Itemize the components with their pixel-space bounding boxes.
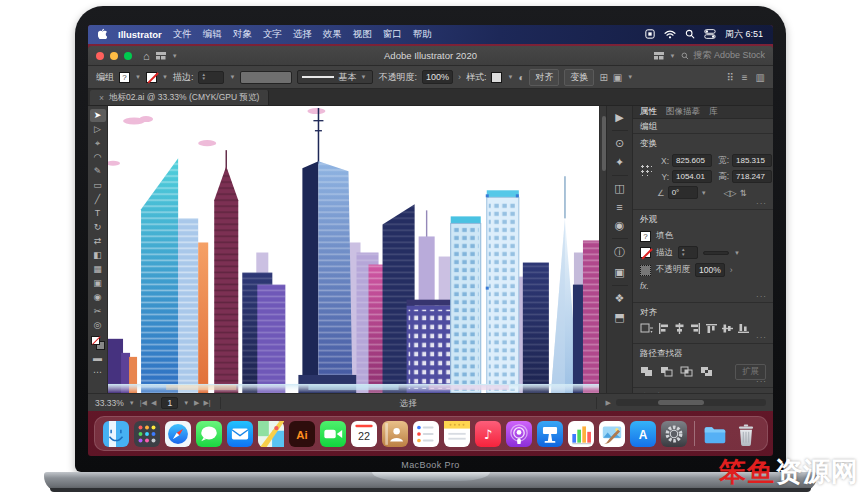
pathfinder-exclude-icon[interactable] (700, 366, 713, 379)
adjustments-icon[interactable]: ✦ (615, 156, 624, 169)
chevron-down-icon[interactable]: ▼ (135, 74, 141, 80)
align-top-icon[interactable] (706, 323, 717, 336)
shape-builder-tool[interactable]: ◧ (90, 249, 106, 262)
expand-panels-icon[interactable]: ▶ (615, 111, 623, 124)
stroke-weight-value[interactable] (703, 251, 729, 255)
columns-icon[interactable]: ▥ (756, 72, 765, 83)
home-icon[interactable]: ⌂ (143, 50, 150, 62)
menu-select[interactable]: 选择 (293, 28, 312, 41)
vertical-scrollbar[interactable] (599, 106, 606, 393)
music-dock-icon[interactable]: ♪ (475, 421, 501, 447)
scale-tool[interactable]: ⇄ (90, 235, 106, 248)
menu-view[interactable]: 视图 (353, 28, 372, 41)
facetime-dock-icon[interactable] (320, 421, 346, 447)
appstore-dock-icon[interactable]: A (630, 421, 656, 447)
keynote-dock-icon[interactable] (537, 421, 563, 447)
arrange-documents-icon[interactable] (156, 52, 166, 60)
lasso-tool[interactable]: ◠ (90, 151, 106, 164)
fx-effects-button[interactable]: fx. (640, 281, 649, 291)
recolor-artwork-icon[interactable]: ◐ (518, 72, 524, 83)
gradient-tool[interactable]: ◉ (90, 291, 106, 304)
artboard-canvas[interactable] (108, 106, 606, 393)
mesh-tool[interactable]: ▦ (90, 263, 106, 276)
brush-definition[interactable]: 基本▼ (297, 70, 373, 84)
history-icon[interactable]: ▣ (614, 266, 624, 279)
menu-file[interactable]: 文件 (173, 28, 192, 41)
appearance-opacity-value[interactable]: 100% (695, 263, 725, 277)
pathfinder-unite-icon[interactable] (640, 366, 653, 379)
libraries-icon[interactable]: ⊙ (615, 137, 624, 150)
stroke-swatch[interactable] (146, 72, 157, 83)
height-value-field[interactable]: 718.247 (732, 170, 772, 183)
draw-mode-icon[interactable]: ▬ (90, 352, 106, 365)
close-window-button[interactable] (96, 52, 104, 60)
stroke-weight-stepper[interactable]: ▲▼ (198, 71, 224, 84)
align-to-icon[interactable] (640, 323, 653, 336)
opacity-swatch[interactable] (640, 265, 651, 276)
align-bottom-icon[interactable] (738, 323, 749, 336)
tab-image-trace[interactable]: 图像描摹 (666, 106, 700, 118)
downloads-folder-dock-icon[interactable] (702, 421, 728, 447)
mail-dock-icon[interactable] (227, 421, 253, 447)
opacity-expand-icon[interactable]: › (730, 265, 733, 275)
maps-dock-icon[interactable] (258, 421, 284, 447)
tab-libraries[interactable]: 库 (709, 106, 718, 118)
chevron-down-icon[interactable]: ▼ (183, 400, 189, 406)
align-button[interactable]: 对齐 (529, 69, 559, 86)
flip-vertical-icon[interactable]: ⇅ (740, 188, 747, 198)
stock-search-field[interactable]: 搜索 Adobe Stock (681, 49, 765, 62)
spotlight-search-icon[interactable] (685, 29, 695, 41)
wifi-icon[interactable] (664, 29, 676, 41)
artboard-navigation[interactable]: |◀◀ (140, 399, 157, 407)
artboard-tool[interactable]: ▣ (90, 277, 106, 290)
chevron-down-icon[interactable]: ▼ (129, 400, 135, 406)
calendar-dock-icon[interactable]: 22 (351, 421, 377, 447)
podcasts-dock-icon[interactable] (506, 421, 532, 447)
reference-point-locator[interactable] (640, 164, 652, 176)
tab-properties[interactable]: 属性 (640, 106, 657, 118)
menu-effect[interactable]: 效果 (323, 28, 342, 41)
zoom-window-button[interactable] (124, 52, 132, 60)
type-tool[interactable]: T (90, 207, 106, 220)
width-value-field[interactable]: 185.315 (732, 154, 772, 167)
info-icon[interactable]: ⓘ (614, 245, 625, 260)
messages-dock-icon[interactable] (196, 421, 222, 447)
fill-swatch[interactable]: ? (119, 72, 130, 83)
align-left-icon[interactable] (658, 323, 669, 336)
reminders-dock-icon[interactable] (413, 421, 439, 447)
fill-stroke-swatches[interactable] (91, 336, 105, 350)
menu-type[interactable]: 文字 (263, 28, 282, 41)
control-center-icon[interactable] (704, 29, 716, 41)
export-icon[interactable]: ⬒ (614, 311, 624, 324)
stroke-weight-stepper[interactable]: ▲▼ (678, 246, 698, 259)
rectangle-tool[interactable]: ▭ (90, 179, 106, 192)
direct-selection-tool[interactable]: ▷ (90, 123, 106, 136)
arrange-icon[interactable]: ≡ (742, 72, 748, 83)
pathfinder-minus-front-icon[interactable] (660, 366, 673, 379)
chevron-down-icon[interactable]: ▼ (507, 74, 513, 80)
apple-menu-icon[interactable] (98, 28, 107, 41)
zoom-level[interactable]: 33.33% (95, 398, 124, 408)
more-options-icon[interactable]: ··· (756, 292, 767, 301)
menubar-app-name[interactable]: Illustrator (118, 29, 162, 40)
line-tool[interactable]: ╱ (90, 193, 106, 206)
chevron-down-icon[interactable]: ▼ (627, 74, 633, 80)
system-preferences-dock-icon[interactable] (661, 421, 687, 447)
align-vmiddle-icon[interactable] (722, 323, 733, 336)
vertical-scrollbar-thumb[interactable] (602, 116, 606, 171)
status-expand-icon[interactable]: ▶ (606, 399, 611, 407)
opacity-expand-icon[interactable]: › (458, 72, 461, 82)
color-icon[interactable]: ◉ (615, 219, 625, 232)
align-right-icon[interactable] (690, 323, 701, 336)
layers-icon[interactable]: ❖ (615, 292, 625, 305)
selection-tool[interactable]: ➤ (90, 109, 106, 122)
launchpad-dock-icon[interactable] (134, 421, 160, 447)
input-source-icon[interactable] (645, 29, 655, 41)
appearance-stroke-swatch[interactable] (640, 247, 651, 258)
more-options-icon[interactable]: ··· (756, 377, 767, 386)
rotation-field[interactable]: 0° (668, 186, 698, 199)
trash-dock-icon[interactable] (733, 421, 759, 447)
align-hcenter-icon[interactable] (674, 323, 685, 336)
pen-tool[interactable]: ✎ (90, 165, 106, 178)
dots-grid-icon[interactable]: ⠿ (726, 72, 733, 83)
